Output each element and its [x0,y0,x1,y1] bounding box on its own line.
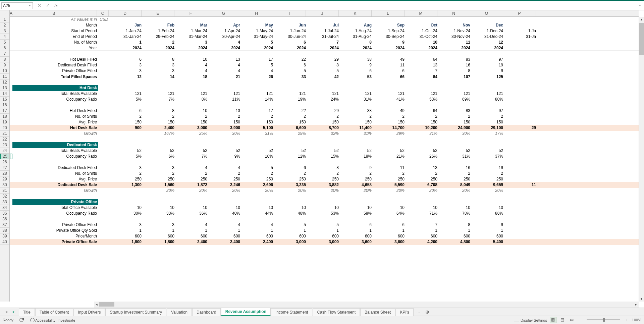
cell[interactable] [307,79,340,85]
cell[interactable]: 33% [143,211,176,216]
cell[interactable] [373,159,406,165]
cell[interactable] [406,102,439,108]
cell[interactable]: 250 [241,176,274,182]
cell[interactable]: 3 [110,165,143,171]
cell[interactable]: 250 [373,176,406,182]
cell[interactable] [504,57,537,62]
cell-grid[interactable]: All Values is inUSDMonthJanFebMarAprMayJ… [10,17,639,302]
cell[interactable] [98,211,110,216]
cell[interactable]: 1 [307,228,340,233]
cell[interactable]: 1-May-24 [241,28,274,34]
cell[interactable] [98,68,110,74]
cell[interactable]: 31-Dec-24 [472,34,504,40]
cell[interactable]: 84 [406,74,439,79]
cell[interactable]: 600 [406,233,439,239]
cell[interactable]: Hot Desk Sale [12,125,98,131]
cell[interactable] [98,74,110,79]
cell[interactable]: Dec [472,22,504,28]
cell[interactable] [504,17,537,22]
cell[interactable]: 31% [241,131,274,137]
cell[interactable]: 11,400 [340,125,373,131]
cell[interactable]: 1-Jan-24 [110,28,143,34]
cell[interactable]: 31-Ja [504,34,537,40]
cell[interactable] [406,216,439,222]
col-header[interactable]: J [306,10,339,16]
cell[interactable]: 4 [209,222,241,228]
cell[interactable]: Jul [307,22,340,28]
cell[interactable]: 16 [439,62,472,68]
cell[interactable] [110,51,143,57]
cell[interactable] [10,119,12,125]
cell[interactable]: 14 [143,74,176,79]
cell[interactable]: 10 [176,205,209,211]
cell[interactable]: 900 [110,125,143,131]
cell[interactable]: 4 [241,68,274,74]
cell[interactable] [406,194,439,199]
cell[interactable]: 17 [241,57,274,62]
cell[interactable] [274,102,307,108]
cell[interactable] [10,68,12,74]
cell[interactable]: 8,049 [439,182,472,188]
cell[interactable]: 1,800 [143,239,176,245]
cell[interactable] [241,194,274,199]
cell[interactable] [98,222,110,228]
cell[interactable] [307,142,340,148]
cell[interactable]: Avg. Price [12,176,98,182]
cell[interactable] [98,102,110,108]
cell[interactable]: 1,872 [176,182,209,188]
cell[interactable]: 36% [176,211,209,216]
col-header[interactable]: F [174,10,207,16]
cell[interactable]: 4,800 [439,239,472,245]
cell[interactable]: Dedicated Desk Filled [12,62,98,68]
row-header[interactable]: 15 [0,97,9,102]
cell[interactable] [340,102,373,108]
cell[interactable] [98,108,110,114]
cell[interactable]: 1 [373,228,406,233]
cell[interactable]: 5 [241,40,274,45]
cell[interactable]: 4,658 [340,182,373,188]
cell[interactable]: 121 [110,91,143,97]
cell[interactable]: 52 [472,148,504,154]
cell[interactable]: 121 [340,91,373,97]
cell[interactable] [10,211,12,216]
cell[interactable] [504,194,537,199]
cell[interactable]: 2 [110,114,143,119]
cell[interactable] [504,114,537,119]
cell[interactable] [10,45,12,51]
cell[interactable]: 9 [472,68,504,74]
cell[interactable] [110,194,143,199]
cell[interactable]: 10 [472,205,504,211]
cell[interactable]: 10 [209,205,241,211]
zoom-slider[interactable] [587,319,620,320]
cell[interactable] [439,102,472,108]
cell[interactable]: Avg. Price [12,119,98,125]
cell[interactable]: 2 [373,114,406,119]
cell[interactable]: 11 [439,40,472,45]
cell[interactable] [10,125,12,131]
cell[interactable] [98,119,110,125]
cell[interactable]: 3 [110,62,143,68]
cell[interactable]: 1,800 [110,239,143,245]
cell[interactable] [10,114,12,119]
cell[interactable] [504,171,537,176]
cell[interactable]: Occupancy Ratio [12,97,98,102]
cell[interactable]: 8,700 [307,125,340,131]
cell[interactable]: 9 [373,40,406,45]
cell[interactable] [472,51,504,57]
col-header[interactable]: D [109,10,142,16]
cell[interactable]: 20% [307,188,340,194]
cell[interactable]: 5% [110,154,143,159]
cell[interactable] [439,199,472,205]
cell[interactable]: 2,400 [209,239,241,245]
cell[interactable] [10,205,12,211]
cell[interactable]: 3,000 [274,239,307,245]
cell[interactable]: 17% [472,131,504,137]
cell[interactable]: 25% [176,131,209,137]
row-header[interactable]: 26 [0,159,9,165]
cell[interactable]: 13 [209,108,241,114]
cell[interactable]: 2024 [406,45,439,51]
cell[interactable] [340,79,373,85]
cell[interactable]: Private Office Qty Sold [12,228,98,233]
cell[interactable]: 31% [340,131,373,137]
cell[interactable]: 20% [406,188,439,194]
